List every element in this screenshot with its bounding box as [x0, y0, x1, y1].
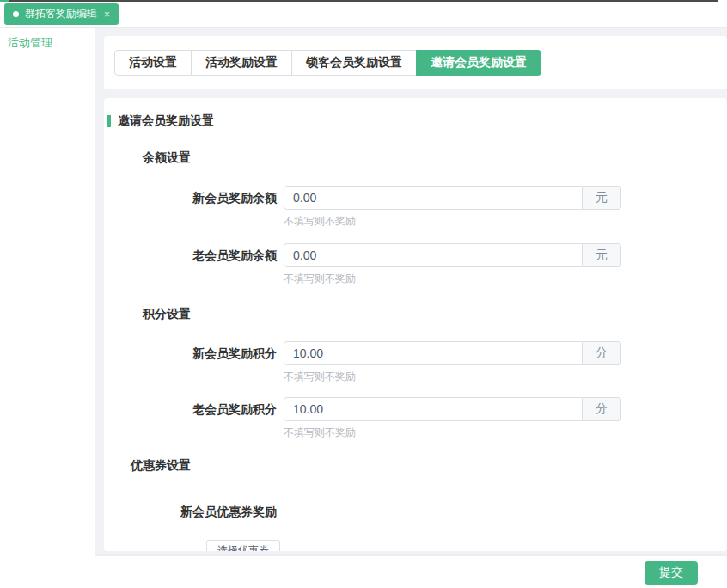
tab-activity-reward-settings[interactable]: 活动奖励设置	[191, 50, 292, 76]
content-area: 活动设置 活动奖励设置 锁客会员奖励设置 邀请会员奖励设置 邀请会员奖励设置 余…	[95, 28, 727, 588]
open-tags-bar: 群拓客奖励编辑 ×	[0, 2, 727, 28]
sidebar-item-activity-management[interactable]: 活动管理	[8, 35, 95, 51]
field-hint: 不填写则不奖励	[284, 273, 621, 285]
field-hint: 不填写则不奖励	[284, 426, 621, 438]
new-member-points-input-group: 分	[284, 341, 621, 365]
page-tag-label: 群拓客奖励编辑	[25, 7, 97, 21]
old-member-balance-input-group: 元	[284, 243, 621, 267]
form-row: 老会员奖励积分 分 不填写则不奖励	[107, 397, 727, 438]
group-title-balance: 余额设置	[107, 150, 191, 166]
field-label-new-member-points: 新会员奖励积分	[107, 341, 277, 383]
new-member-balance-input-group: 元	[284, 186, 621, 210]
new-member-points-input[interactable]	[284, 341, 583, 365]
field-wrap: 分 不填写则不奖励	[284, 397, 621, 438]
unit-suffix-fen: 分	[583, 397, 621, 421]
new-member-balance-input[interactable]	[284, 186, 583, 210]
field-hint: 不填写则不奖励	[284, 371, 621, 383]
group-title-points: 积分设置	[107, 307, 191, 322]
close-icon[interactable]: ×	[104, 9, 110, 21]
unit-suffix-fen: 分	[583, 341, 621, 365]
settings-tab-group: 活动设置 活动奖励设置 锁客会员奖励设置 邀请会员奖励设置	[114, 50, 541, 76]
unit-suffix-yuan: 元	[583, 243, 621, 267]
field-wrap: 元 不填写则不奖励	[284, 186, 621, 227]
form-row: 老会员奖励余额 元 不填写则不奖励	[107, 243, 727, 285]
old-member-balance-input[interactable]	[284, 243, 583, 267]
section-title-text: 邀请会员奖励设置	[118, 113, 214, 129]
field-label-new-member-balance: 新会员奖励余额	[107, 186, 277, 227]
select-coupon-button[interactable]: 选择优惠券	[206, 540, 280, 551]
field-label-new-member-coupon: 新会员优惠券奖励	[107, 505, 277, 520]
field-wrap: 元 不填写则不奖励	[284, 243, 621, 285]
group-title-coupon: 优惠券设置	[107, 458, 191, 474]
field-wrap: 分 不填写则不奖励	[284, 341, 621, 383]
form-row: 新会员奖励余额 元 不填写则不奖励	[107, 186, 727, 227]
sidebar: 活动管理	[0, 28, 95, 588]
old-member-points-input-group: 分	[284, 397, 621, 421]
field-hint: 不填写则不奖励	[284, 215, 621, 227]
form-footer-bar: 提交	[95, 556, 727, 588]
section-marker-bar	[107, 115, 111, 127]
section-title: 邀请会员奖励设置	[107, 113, 727, 129]
page-tag-active[interactable]: 群拓客奖励编辑 ×	[4, 3, 119, 25]
tab-invite-member-reward-settings[interactable]: 邀请会员奖励设置	[416, 50, 541, 76]
active-dot-icon	[13, 11, 19, 17]
tab-activity-settings[interactable]: 活动设置	[114, 50, 192, 76]
submit-button[interactable]: 提交	[645, 561, 698, 585]
tab-lock-member-reward-settings[interactable]: 锁客会员奖励设置	[291, 50, 417, 76]
invite-reward-form-card: 邀请会员奖励设置 余额设置 新会员奖励余额 元 不填写则不奖励 老会员奖励余额	[104, 98, 727, 551]
form-row: 新会员奖励积分 分 不填写则不奖励	[107, 341, 727, 383]
tabs-card: 活动设置 活动奖励设置 锁客会员奖励设置 邀请会员奖励设置	[104, 36, 727, 89]
unit-suffix-yuan: 元	[583, 186, 621, 210]
field-label-old-member-balance: 老会员奖励余额	[107, 243, 277, 285]
old-member-points-input[interactable]	[284, 397, 583, 421]
main-layout: 活动管理 活动设置 活动奖励设置 锁客会员奖励设置 邀请会员奖励设置 邀请会员奖…	[0, 28, 727, 588]
field-label-old-member-points: 老会员奖励积分	[107, 397, 277, 438]
